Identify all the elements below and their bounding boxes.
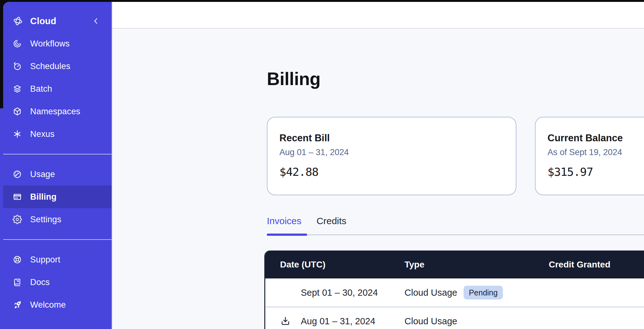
column-header-credit: Credit Granted [534, 260, 644, 270]
download-icon[interactable] [280, 316, 291, 326]
tab-invoices[interactable]: Invoices [267, 216, 301, 234]
sidebar-divider [3, 239, 112, 240]
page-title: Billing [267, 68, 321, 89]
sidebar-item-label: Docs [30, 278, 50, 287]
tab-credits[interactable]: Credits [316, 216, 346, 234]
batch-icon [13, 84, 22, 94]
nexus-icon [13, 129, 22, 139]
current-balance-card: Current Balance As of Sept 19, 2024 $315… [535, 117, 644, 195]
sidebar-item-workflows[interactable]: Workflows [3, 32, 112, 55]
support-icon [13, 255, 22, 264]
card-period: Aug 01 – 31, 2024 [279, 148, 516, 157]
settings-icon [13, 215, 22, 224]
temporal-logo-icon [13, 16, 23, 26]
sidebar: Cloud Workflows [3, 2, 112, 329]
sidebar-item-namespaces[interactable]: Namespaces [3, 100, 112, 123]
billing-page: Cloud Workflows [0, 0, 644, 329]
usage-icon [13, 170, 22, 179]
schedules-icon [13, 62, 22, 71]
window-left-edge [0, 108, 3, 329]
docs-icon [13, 278, 22, 287]
sidebar-item-label: Billing [30, 192, 57, 202]
brand-row: Cloud [3, 10, 112, 32]
sidebar-item-label: Namespaces [30, 107, 80, 116]
app-window: Cloud Workflows [3, 2, 644, 329]
sidebar-item-label: Batch [30, 84, 52, 94]
sidebar-item-settings[interactable]: Settings [3, 208, 112, 231]
sidebar-item-label: Usage [30, 170, 55, 179]
invoice-date: Sept 01 – 30, 2024 [301, 288, 378, 298]
sidebar-item-label: Support [30, 255, 60, 265]
sidebar-item-billing[interactable]: Billing [3, 186, 112, 208]
tabs-baseline [267, 235, 644, 235]
table-row[interactable]: Aug 01 – 31, 2024 Cloud Usage [265, 307, 644, 329]
sidebar-item-support[interactable]: Support [3, 248, 112, 271]
table-header-row: Date (UTC) Type Credit Granted [265, 251, 644, 278]
sidebar-item-label: Settings [30, 215, 61, 224]
chevron-left-icon[interactable] [92, 17, 100, 25]
main-content: Billing Recent Bill Aug 01 – 31, 2024 $4… [112, 29, 644, 329]
sidebar-item-nexus[interactable]: Nexus [3, 123, 112, 145]
status-badge: Pending [464, 286, 503, 299]
download-icon-slot [280, 287, 301, 298]
card-title: Current Balance [548, 132, 644, 144]
card-title: Recent Bill [279, 132, 516, 144]
namespaces-icon [13, 107, 22, 116]
workflows-icon [13, 39, 22, 48]
sidebar-item-usage[interactable]: Usage [3, 163, 112, 186]
card-amount: $315.97 [548, 165, 644, 178]
recent-bill-card: Recent Bill Aug 01 – 31, 2024 $42.88 [267, 117, 516, 195]
table-row[interactable]: Sept 01 – 30, 2024 Cloud Usage Pending [265, 278, 644, 307]
welcome-icon [13, 300, 22, 310]
billing-icon [13, 192, 22, 202]
sidebar-item-label: Welcome [30, 300, 66, 310]
sidebar-nav: Workflows Schedules [3, 32, 112, 316]
invoices-table: Date (UTC) Type Credit Granted Sept 01 –… [264, 251, 644, 329]
card-amount: $42.88 [279, 165, 516, 178]
sidebar-item-docs[interactable]: Docs [3, 271, 112, 294]
sidebar-item-schedules[interactable]: Schedules [3, 55, 112, 78]
top-header-bar [112, 2, 644, 29]
column-header-date: Date (UTC) [265, 260, 405, 270]
invoice-date: Aug 01 – 31, 2024 [301, 316, 375, 326]
invoice-type: Cloud Usage [405, 288, 457, 298]
sidebar-divider [3, 154, 112, 154]
invoice-type: Cloud Usage [405, 316, 457, 326]
sidebar-item-welcome[interactable]: Welcome [3, 294, 112, 316]
sidebar-item-label: Schedules [30, 62, 70, 71]
active-tab-underline [267, 234, 307, 236]
sidebar-item-batch[interactable]: Batch [3, 78, 112, 100]
sidebar-item-label: Nexus [30, 129, 55, 139]
brand-label: Cloud [30, 16, 56, 26]
sidebar-item-label: Workflows [30, 39, 70, 49]
billing-tabs: Invoices Credits [267, 216, 346, 234]
card-period: As of Sept 19, 2024 [548, 148, 644, 157]
column-header-type: Type [405, 260, 534, 270]
